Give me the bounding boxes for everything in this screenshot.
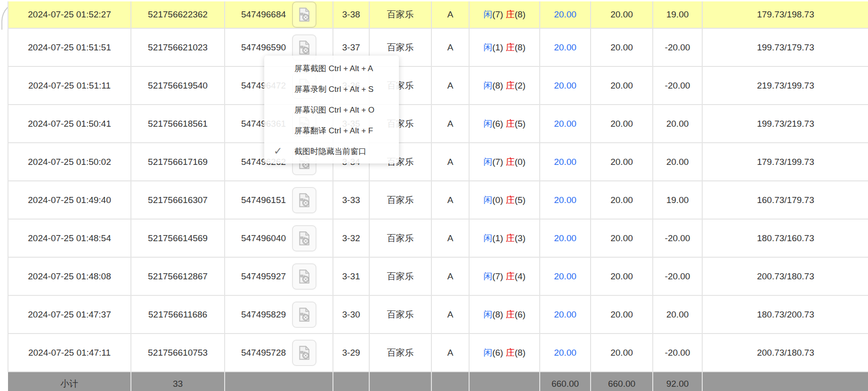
- cell-table-letter: A: [431, 295, 469, 334]
- banker-score: (5): [515, 195, 526, 205]
- table-row[interactable]: 2024-07-25 01:49:40 521756616307 5474961…: [8, 181, 868, 219]
- cell-table-letter: A: [431, 1, 469, 28]
- cell-video: 547496684: [225, 1, 333, 28]
- cell-bet-amount: 20.00: [540, 295, 591, 334]
- table-row[interactable]: 2024-07-25 01:50:02 521756617169 5474962…: [8, 143, 868, 181]
- table-row[interactable]: 2024-07-25 01:47:11 521756610753 5474957…: [8, 334, 868, 372]
- player-score: (8): [492, 310, 503, 319]
- table-row[interactable]: 2024-07-25 01:48:08 521756612867 5474959…: [8, 257, 868, 295]
- video-playback-button[interactable]: [292, 1, 316, 28]
- cell-result: 闲(1) 庄(8): [469, 28, 540, 66]
- cell-valid-amount: 20.00: [591, 143, 653, 181]
- subtotal-count: 33: [131, 372, 225, 391]
- table-row[interactable]: 2024-07-25 01:48:54 521756614569 5474960…: [8, 219, 868, 257]
- banker-label: 庄: [506, 42, 515, 52]
- cell-winloss: -20.00: [653, 219, 702, 257]
- cell-bet-time: 2024-07-25 01:50:41: [8, 105, 131, 143]
- cell-balance: 199.73/219.73: [702, 105, 868, 143]
- menu-item-屏幕录制[interactable]: 屏幕录制 Ctrl + Alt + S: [264, 79, 399, 99]
- video-number: 547496684: [241, 9, 286, 20]
- player-score: (1): [492, 42, 503, 52]
- menu-item-label: 屏幕截图 Ctrl + Alt + A: [294, 63, 373, 74]
- video-number: 547496590: [241, 42, 286, 53]
- bet-amount-link[interactable]: 20.00: [554, 271, 576, 281]
- menu-item-屏幕翻译[interactable]: 屏幕翻译 Ctrl + Alt + F: [264, 120, 399, 141]
- bet-amount-link[interactable]: 20.00: [554, 81, 576, 90]
- cell-video: 547495927: [225, 257, 333, 295]
- video-record-icon: [296, 39, 312, 56]
- bet-amount-link[interactable]: 20.00: [554, 42, 576, 52]
- cell-table-letter: A: [431, 28, 469, 66]
- cell-order-number: 521756614569: [131, 219, 225, 257]
- bet-amount-link[interactable]: 20.00: [554, 157, 576, 167]
- cell-bet-time: 2024-07-25 01:51:11: [8, 66, 131, 105]
- menu-item-label: 屏幕翻译 Ctrl + Alt + F: [294, 125, 373, 136]
- video-record-icon: [296, 344, 312, 361]
- cell-balance: 180.73/200.73: [702, 295, 868, 334]
- bet-amount-link[interactable]: 20.00: [554, 9, 576, 19]
- cell-bet-amount: 20.00: [540, 181, 591, 219]
- cell-video: 547495829: [225, 295, 333, 334]
- menu-item-屏幕识图[interactable]: 屏幕识图 Ctrl + Alt + O: [264, 99, 399, 120]
- video-playback-button[interactable]: [292, 301, 316, 328]
- cell-balance: 219.73/199.73: [702, 66, 868, 105]
- table-row[interactable]: 2024-07-25 01:52:27 521756622362 5474966…: [8, 1, 868, 28]
- subtotal-empty-cell: [431, 372, 469, 391]
- video-number: 547495927: [241, 271, 286, 282]
- banker-score: (2): [515, 81, 526, 90]
- cell-bet-amount: 20.00: [540, 143, 591, 181]
- cell-table-letter: A: [431, 143, 469, 181]
- table-row[interactable]: 2024-07-25 01:51:11 521756619540 5474964…: [8, 66, 868, 105]
- betting-records-table: 2024-07-25 01:52:27 521756622362 5474966…: [8, 1, 868, 391]
- menu-item-截图时隐藏当前窗口[interactable]: ✓截图时隐藏当前窗口: [264, 141, 399, 162]
- subtotal-empty-cell: [225, 372, 333, 391]
- cell-result: 闲(7) 庄(4): [469, 257, 540, 295]
- cell-bet-amount: 20.00: [540, 105, 591, 143]
- video-number: 547496040: [241, 233, 286, 244]
- banker-score: (0): [515, 157, 526, 167]
- banker-label: 庄: [506, 9, 515, 19]
- cell-result: 闲(7) 庄(8): [469, 1, 540, 28]
- subtotal-winloss-total: 92.00: [653, 372, 702, 391]
- table-row[interactable]: 2024-07-25 01:51:51 521756621023 5474965…: [8, 28, 868, 66]
- menu-item-label: 截图时隐藏当前窗口: [294, 146, 366, 157]
- cell-winloss: 20.00: [653, 105, 702, 143]
- video-record-icon: [296, 192, 312, 209]
- video-playback-button[interactable]: [292, 263, 316, 290]
- menu-item-屏幕截图[interactable]: 屏幕截图 Ctrl + Alt + A: [264, 58, 399, 79]
- player-label: 闲: [483, 271, 492, 281]
- video-playback-button[interactable]: [292, 340, 316, 366]
- video-number: 547495829: [241, 310, 286, 320]
- cell-result: 闲(1) 庄(3): [469, 219, 540, 257]
- cell-bet-time: 2024-07-25 01:47:37: [8, 295, 131, 334]
- video-playback-button[interactable]: [292, 187, 316, 213]
- cell-balance: 200.73/180.73: [702, 257, 868, 295]
- player-label: 闲: [483, 233, 492, 243]
- video-playback-button[interactable]: [292, 225, 316, 252]
- player-score: (6): [492, 119, 503, 129]
- bet-amount-link[interactable]: 20.00: [554, 119, 576, 129]
- cell-order-number: 521756618561: [131, 105, 225, 143]
- cell-table-letter: A: [431, 219, 469, 257]
- video-record-icon: [296, 6, 312, 23]
- cell-valid-amount: 20.00: [591, 257, 653, 295]
- banker-score: (8): [515, 42, 526, 52]
- cell-game-type: 百家乐: [369, 334, 431, 372]
- cell-game-type: 百家乐: [369, 295, 431, 334]
- cell-order-number: 521756611686: [131, 295, 225, 334]
- bet-amount-link[interactable]: 20.00: [554, 348, 576, 358]
- bet-amount-link[interactable]: 20.00: [554, 310, 576, 319]
- cell-result: 闲(6) 庄(8): [469, 334, 540, 372]
- cell-round-number: 3-29: [333, 334, 369, 372]
- cell-table-letter: A: [431, 334, 469, 372]
- cell-bet-amount: 20.00: [540, 219, 591, 257]
- table-row[interactable]: 2024-07-25 01:50:41 521756618561 5474963…: [8, 105, 868, 143]
- screenshot-context-menu: 屏幕截图 Ctrl + Alt + A屏幕录制 Ctrl + Alt + S屏幕…: [264, 56, 399, 163]
- banker-label: 庄: [506, 310, 515, 319]
- cell-game-type: 百家乐: [369, 219, 431, 257]
- table-row[interactable]: 2024-07-25 01:47:37 521756611686 5474958…: [8, 295, 868, 334]
- bet-amount-link[interactable]: 20.00: [554, 195, 576, 205]
- bet-amount-link[interactable]: 20.00: [554, 233, 576, 243]
- player-score: (7): [492, 9, 503, 19]
- cell-result: 闲(0) 庄(5): [469, 181, 540, 219]
